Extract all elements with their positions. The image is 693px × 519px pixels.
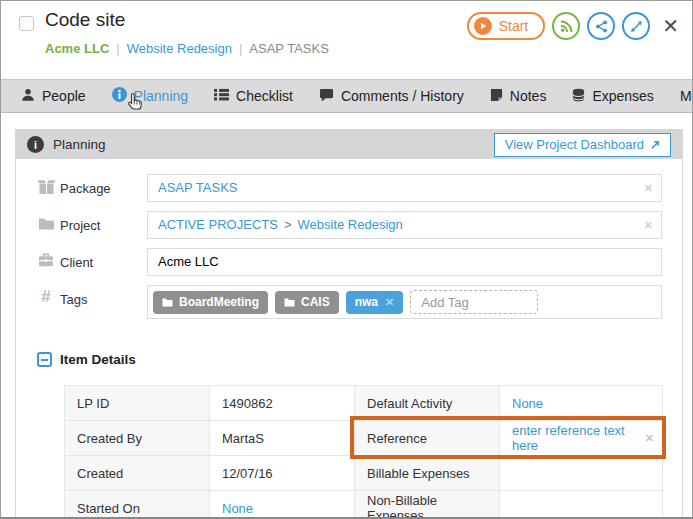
breadcrumb-separator: | xyxy=(116,41,119,56)
folder-icon xyxy=(162,298,173,307)
item-details-table: LP ID 1490862 Default Activity None Crea… xyxy=(64,385,663,519)
tab-planning[interactable]: Planning xyxy=(112,87,189,105)
tab-expenses[interactable]: Expenses xyxy=(572,88,653,105)
package-icon xyxy=(36,178,56,199)
remove-tag-icon[interactable]: ✕ xyxy=(385,296,394,309)
lp-id-value: 1490862 xyxy=(210,386,355,421)
tab-notes[interactable]: Notes xyxy=(490,88,547,105)
task-done-checkbox[interactable] xyxy=(19,16,34,31)
tag-label: BoardMeeting xyxy=(179,295,259,309)
header-actions: Start ✕ xyxy=(467,12,679,40)
breadcrumb-client-link[interactable]: Acme LLC xyxy=(45,41,109,56)
tags-container[interactable]: BoardMeeting CAIS nwa ✕ Add Tag xyxy=(147,285,662,319)
started-on-label: Started On xyxy=(65,491,210,519)
billable-expenses-value xyxy=(500,456,663,491)
tab-label: Checklist xyxy=(236,88,293,104)
project-parent-link[interactable]: ACTIVE PROJECTS xyxy=(158,217,278,232)
non-billable-expenses-value xyxy=(500,491,663,519)
tag-label: nwa xyxy=(355,295,378,309)
breadcrumb: Acme LLC|Website Redesign|ASAP TASKS xyxy=(45,41,329,56)
project-field-label: Project xyxy=(60,218,100,233)
project-input[interactable]: ACTIVE PROJECTS>Website Redesign ✕ xyxy=(147,211,662,239)
tag-item[interactable]: BoardMeeting xyxy=(153,291,268,314)
track-time-icon[interactable] xyxy=(552,12,580,40)
clear-project-icon[interactable]: ✕ xyxy=(644,212,653,238)
collapse-section-icon[interactable] xyxy=(37,352,52,367)
tab-more[interactable]: More ▼ xyxy=(680,88,693,104)
package-value[interactable]: ASAP TASKS xyxy=(158,180,238,195)
started-on-value[interactable]: None xyxy=(210,491,355,519)
client-value: Acme LLC xyxy=(158,254,219,269)
start-button-label: Start xyxy=(499,18,529,34)
created-value: 12/07/16 xyxy=(210,456,355,491)
hash-icon: # xyxy=(36,287,56,307)
folder-icon xyxy=(36,216,56,234)
lp-id-label: LP ID xyxy=(65,386,210,421)
expand-icon[interactable] xyxy=(622,12,650,40)
planning-panel: i Planning View Project Dashboard Packag… xyxy=(15,129,683,519)
breadcrumb-project-link[interactable]: Website Redesign xyxy=(127,41,232,56)
database-icon xyxy=(572,88,585,105)
tab-label: Comments / History xyxy=(341,88,464,104)
play-icon xyxy=(474,17,492,35)
billable-expenses-label: Billable Expenses xyxy=(355,456,500,491)
reference-label: Reference xyxy=(355,421,500,456)
tab-label: More ▼ xyxy=(680,88,693,104)
info-icon xyxy=(112,87,127,105)
external-link-icon xyxy=(650,140,660,150)
package-field-label: Package xyxy=(60,181,111,196)
start-button[interactable]: Start xyxy=(467,12,546,40)
tag-label: CAIS xyxy=(301,295,330,309)
note-icon xyxy=(490,88,503,105)
person-icon xyxy=(21,88,35,105)
tab-comments-history[interactable]: Comments / History xyxy=(319,88,464,105)
breadcrumb-package[interactable]: ASAP TASKS xyxy=(249,41,329,56)
default-activity-value[interactable]: None xyxy=(500,386,663,421)
dashboard-button-label: View Project Dashboard xyxy=(505,137,644,152)
item-details-title: Item Details xyxy=(60,352,136,367)
tab-label: Notes xyxy=(510,88,547,104)
tag-item[interactable]: CAIS xyxy=(275,291,339,314)
task-detail-dialog: Code site Acme LLC|Website Redesign|ASAP… xyxy=(0,0,693,519)
non-billable-expenses-label: Non-Billable Expenses xyxy=(355,491,500,519)
panel-title: Planning xyxy=(53,137,106,152)
tab-label: Planning xyxy=(134,88,189,104)
tab-checklist[interactable]: Checklist xyxy=(214,88,293,104)
breadcrumb-separator: | xyxy=(239,41,242,56)
add-tag-input[interactable]: Add Tag xyxy=(410,290,538,314)
created-by-value: MartaS xyxy=(210,421,355,456)
project-child-link[interactable]: Website Redesign xyxy=(298,217,403,232)
reference-placeholder[interactable]: enter reference text here xyxy=(512,423,650,453)
tab-label: People xyxy=(42,88,86,104)
tag-item[interactable]: nwa ✕ xyxy=(346,291,404,314)
reference-value[interactable]: enter reference text here ✕ xyxy=(500,421,663,456)
folder-icon xyxy=(284,298,295,307)
clear-reference-icon[interactable]: ✕ xyxy=(645,432,654,445)
checklist-icon xyxy=(214,88,229,104)
info-icon: i xyxy=(27,136,44,153)
tab-people[interactable]: People xyxy=(21,88,86,105)
view-project-dashboard-button[interactable]: View Project Dashboard xyxy=(494,133,671,157)
tab-bar: People Planning Checklist Comments / His… xyxy=(1,79,692,113)
page-title: Code site xyxy=(45,9,125,31)
close-icon[interactable]: ✕ xyxy=(662,16,679,36)
client-field-label: Client xyxy=(60,255,93,270)
path-separator: > xyxy=(284,217,292,232)
package-input[interactable]: ASAP TASKS ✕ xyxy=(147,174,662,202)
clear-package-icon[interactable]: ✕ xyxy=(644,175,653,201)
default-activity-label: Default Activity xyxy=(355,386,500,421)
panel-header: i Planning View Project Dashboard xyxy=(16,130,682,159)
created-by-label: Created By xyxy=(65,421,210,456)
briefcase-icon xyxy=(36,252,56,271)
speech-bubble-icon xyxy=(319,88,334,105)
created-label: Created xyxy=(65,456,210,491)
client-input[interactable]: Acme LLC xyxy=(147,248,662,276)
share-icon[interactable] xyxy=(587,12,615,40)
tab-label: Expenses xyxy=(592,88,653,104)
tags-field-label: Tags xyxy=(60,292,87,307)
